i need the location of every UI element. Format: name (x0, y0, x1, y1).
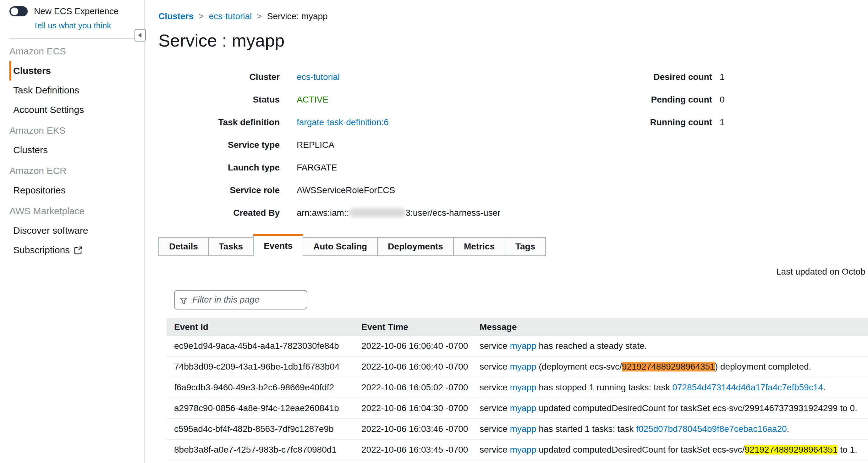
message-cell: service myapp has stopped 1 running task… (472, 460, 868, 463)
column-header-event-time: Event Time (354, 318, 472, 336)
tab-events[interactable]: Events (253, 234, 303, 256)
service-link[interactable]: myapp (510, 382, 536, 392)
message-cell: service myapp (deployment ecs-svc/921927… (472, 356, 868, 377)
count-details: Desired count1 Pending count0 Running co… (594, 66, 725, 134)
detail-label: Cluster (158, 72, 280, 82)
message-text: updated computedDesiredCount for taskSet… (536, 445, 745, 455)
event-id-cell: f6a9cdb3-9460-49e3-b2c6-98669e40fdf2 (166, 377, 354, 398)
search-highlight: 9219274889298964351 (745, 445, 838, 455)
sidebar-item-discover-software[interactable]: Discover software (9, 221, 144, 240)
breadcrumb-cluster-name[interactable]: ecs-tutorial (209, 11, 252, 21)
message-text: service (479, 445, 510, 455)
event-time-cell: 2022-10-06 16:02:31 -0700 (354, 460, 472, 463)
feedback-link[interactable]: Tell us what you think (33, 21, 111, 30)
redacted-account-id (349, 208, 406, 217)
tab-auto-scaling[interactable]: Auto Scaling (303, 237, 378, 256)
message-cell: service myapp updated computedDesiredCou… (472, 398, 868, 418)
filter-input[interactable] (174, 290, 307, 310)
service-link[interactable]: myapp (510, 341, 536, 351)
tab-details[interactable]: Details (158, 237, 209, 256)
message-text: service (479, 362, 510, 372)
ecs-console: New ECS Experience Tell us what you thin… (0, 0, 868, 463)
sidebar-item-label: Subscriptions (13, 245, 70, 255)
arn-suffix: 3:user/ecs-harness-user (406, 208, 501, 218)
tab-tags[interactable]: Tags (505, 237, 546, 256)
sidebar-item-repositories[interactable]: Repositories (9, 180, 144, 200)
page-title: Service : myapp (158, 30, 868, 51)
message-text: has reached a steady state. (536, 341, 647, 351)
message-text: . (823, 382, 826, 392)
task-link[interactable]: f025d07bd780454b9f8e7cebac16aa20 (636, 424, 787, 434)
message-cell: service myapp has stopped 1 running task… (472, 377, 868, 398)
detail-label: Pending count (594, 95, 712, 105)
message-text: has started 1 tasks: task (536, 424, 636, 434)
breadcrumb-current: Service: myapp (267, 11, 328, 21)
created-by-value: arn:aws:iam::3:user/ecs-harness-user (297, 208, 500, 218)
service-link[interactable]: myapp (510, 403, 536, 413)
last-updated-text: Last updated on Octob (776, 267, 865, 277)
toggle-knob-icon (11, 7, 18, 15)
event-id-cell: a2978c90-0856-4a8e-9f4c-12eae260841b (166, 398, 354, 418)
tab-bar: Details Tasks Events Auto Scaling Deploy… (158, 234, 546, 256)
task-link[interactable]: 072854d473144d46a17fa4c7efb59c14 (672, 382, 823, 392)
table-row: 8beb3a8f-a0e7-4257-983b-c7fc870980d1 202… (166, 439, 868, 460)
event-id-cell: ec9e1d94-9aca-45b4-a4a1-7823030fe84b (166, 336, 354, 356)
section-header-amazon-ecs: Amazon ECS (0, 40, 144, 61)
external-link-icon (74, 246, 82, 256)
message-cell: service myapp has reached a steady state… (472, 336, 868, 356)
table-row: ec9e1d94-9aca-45b4-a4a1-7823030fe84b 202… (166, 336, 868, 356)
arn-prefix: arn:aws:iam:: (297, 208, 349, 218)
table-row: f6a9cdb3-9460-49e3-b2c6-98669e40fdf2 202… (166, 377, 868, 398)
message-text: to 1. (838, 445, 857, 455)
message-cell: service myapp has started 1 tasks: task … (472, 418, 868, 439)
section-header-aws-marketplace: AWS Marketplace (0, 200, 144, 221)
tab-deployments[interactable]: Deployments (377, 237, 454, 256)
message-text: (deployment ecs-svc/ (536, 362, 622, 372)
event-id-cell: 923b05c1-30b2-47bb-b535-9d2be22084e4 (166, 460, 354, 463)
sidebar-item-clusters[interactable]: Clusters (9, 61, 144, 81)
detail-label: Service type (158, 140, 280, 150)
launch-type-value: FARGATE (297, 163, 337, 173)
status-value: ACTIVE (297, 95, 329, 105)
section-header-amazon-ecr: Amazon ECR (0, 160, 144, 180)
sidebar-item-subscriptions[interactable]: Subscriptions (9, 240, 144, 261)
message-text: updated computedDesiredCount for taskSet… (536, 403, 857, 413)
breadcrumb-separator: > (257, 11, 262, 21)
sidebar-item-task-definitions[interactable]: Task Definitions (9, 81, 144, 100)
sidebar-item-account-settings[interactable]: Account Settings (9, 100, 144, 119)
events-panel: Event Id Event Time Message ec9e1d94-9ac… (166, 286, 868, 463)
event-time-cell: 2022-10-06 16:06:40 -0700 (354, 336, 472, 356)
tab-metrics[interactable]: Metrics (453, 237, 505, 256)
main-content: Clusters > ecs-tutorial > Service: myapp… (145, 0, 868, 463)
detail-label: Launch type (158, 163, 280, 173)
service-link[interactable]: myapp (510, 362, 536, 372)
message-text: . (787, 424, 789, 434)
service-details: Clusterecs-tutorial StatusACTIVE Task de… (158, 66, 868, 224)
running-count-value: 1 (720, 117, 725, 127)
cluster-link[interactable]: ecs-tutorial (297, 72, 340, 82)
sidebar-item-eks-clusters[interactable]: Clusters (9, 140, 144, 160)
service-link[interactable]: myapp (510, 424, 536, 434)
table-row: 923b05c1-30b2-47bb-b535-9d2be22084e4 202… (166, 460, 868, 463)
events-table: Event Id Event Time Message ec9e1d94-9ac… (166, 318, 868, 463)
service-role-value: AWSServiceRoleForECS (297, 185, 395, 195)
sidebar-collapse-button[interactable] (134, 29, 146, 41)
event-id-cell: 74bb3d09-c209-43a1-96be-1db1f6783b04 (166, 356, 354, 377)
new-experience-toggle[interactable] (9, 6, 28, 17)
event-time-cell: 2022-10-06 16:05:02 -0700 (354, 377, 472, 398)
breadcrumb: Clusters > ecs-tutorial > Service: myapp (158, 11, 868, 21)
task-definition-link[interactable]: fargate-task-definition:6 (297, 117, 389, 127)
service-link[interactable]: myapp (510, 445, 536, 455)
detail-label: Status (158, 95, 280, 105)
sidebar: New ECS Experience Tell us what you thin… (0, 0, 145, 463)
detail-label: Created By (158, 208, 280, 218)
tab-tasks[interactable]: Tasks (208, 237, 254, 256)
event-time-cell: 2022-10-06 16:03:45 -0700 (354, 439, 472, 460)
event-id-cell: 8beb3a8f-a0e7-4257-983b-c7fc870980d1 (166, 439, 354, 460)
sidebar-divider (9, 38, 140, 39)
table-row: 74bb3d09-c209-43a1-96be-1db1f6783b04 202… (166, 356, 868, 377)
message-text: service (479, 424, 510, 434)
chevron-left-icon (138, 33, 142, 38)
section-header-amazon-eks: Amazon EKS (0, 119, 144, 140)
breadcrumb-clusters[interactable]: Clusters (158, 11, 194, 21)
